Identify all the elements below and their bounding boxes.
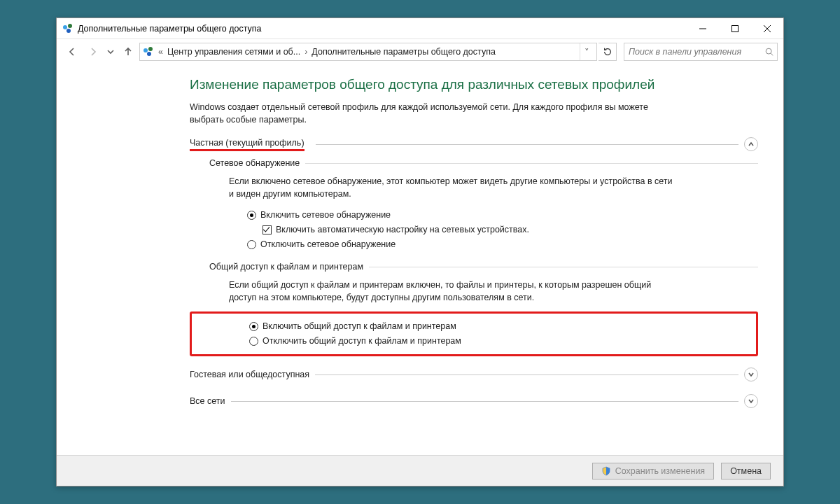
fileshare-options: Включить общий доступ к файлам и принтер… [249, 319, 748, 349]
checkbox-discovery-auto[interactable]: Включить автоматическую настройку на сет… [262, 223, 758, 237]
window: Дополнительные параметры общего доступа … [56, 18, 784, 486]
shield-icon [601, 466, 611, 476]
chevron-right-icon: › [303, 47, 309, 57]
chevron-down-icon[interactable] [744, 368, 758, 382]
discovery-title: Сетевое обнаружение [209, 158, 300, 168]
radio-label: Включить общий доступ к файлам и принтер… [262, 319, 456, 334]
close-button[interactable] [751, 18, 783, 39]
page-intro: Windows создает отдельный сетевой профил… [190, 101, 680, 126]
profile-private-label: Частная (текущий профиль) [190, 138, 304, 151]
search-input[interactable] [627, 46, 764, 57]
radio-label: Отключить общий доступ к файлам и принте… [262, 334, 461, 349]
svg-point-9 [147, 52, 151, 56]
page-title: Изменение параметров общего доступа для … [190, 77, 758, 92]
highlight-box: Включить общий доступ к файлам и принтер… [190, 312, 758, 357]
title-bar: Дополнительные параметры общего доступа [57, 18, 783, 39]
network-sharing-icon [143, 46, 154, 57]
footer-bar: Сохранить изменения Отмена [57, 455, 783, 486]
profile-guest-label: Гостевая или общедоступная [190, 370, 309, 379]
discovery-subheader: Сетевое обнаружение [209, 158, 758, 168]
up-button[interactable] [118, 42, 138, 62]
cancel-button-label: Отмена [730, 466, 762, 476]
radio-icon [247, 240, 256, 249]
svg-rect-4 [732, 25, 738, 31]
svg-point-2 [66, 29, 71, 33]
minimize-button[interactable] [687, 18, 719, 39]
radio-fileshare-off[interactable]: Отключить общий доступ к файлам и принте… [249, 334, 748, 349]
nav-bar: « Центр управления сетями и об... › Допо… [57, 39, 783, 64]
discovery-options: Включить сетевое обнаружение Включить ав… [247, 208, 758, 253]
svg-point-10 [766, 48, 771, 54]
save-button-label: Сохранить изменения [615, 466, 705, 476]
discovery-description: Если включено сетевое обнаружение, этот … [229, 175, 677, 200]
search-box[interactable] [624, 43, 778, 61]
cancel-button[interactable]: Отмена [721, 463, 771, 479]
svg-point-1 [68, 24, 72, 28]
profile-all-header[interactable]: Все сети [190, 394, 758, 408]
radio-discovery-on[interactable]: Включить сетевое обнаружение [247, 208, 758, 223]
svg-line-11 [771, 53, 773, 55]
maximize-button[interactable] [719, 18, 751, 39]
checkbox-icon [262, 225, 272, 234]
chevron-left-icon: « [157, 47, 164, 57]
breadcrumb-item-current[interactable]: Дополнительные параметры общего доступа [312, 47, 496, 57]
radio-label: Отключить сетевое обнаружение [260, 237, 396, 252]
svg-point-0 [63, 25, 67, 29]
radio-icon [249, 322, 258, 331]
chevron-up-icon[interactable] [744, 137, 758, 151]
profile-private-header[interactable]: Частная (текущий профиль) [190, 137, 758, 151]
fileshare-description: Если общий доступ к файлам и принтерам в… [229, 279, 677, 304]
svg-point-7 [144, 48, 148, 52]
radio-icon [249, 337, 258, 346]
refresh-button[interactable] [598, 43, 617, 61]
chevron-down-icon[interactable]: ˅ [580, 43, 594, 60]
content-area: Изменение параметров общего доступа для … [57, 64, 783, 455]
radio-icon [247, 211, 256, 220]
breadcrumb[interactable]: « Центр управления сетями и об... › Допо… [139, 43, 597, 61]
radio-discovery-off[interactable]: Отключить сетевое обнаружение [247, 237, 758, 252]
search-icon [764, 47, 774, 57]
checkbox-label: Включить автоматическую настройку на сет… [276, 223, 529, 237]
fileshare-title: Общий доступ к файлам и принтерам [209, 262, 363, 272]
breadcrumb-item[interactable]: Центр управления сетями и об... [167, 47, 300, 57]
network-sharing-icon [62, 23, 74, 34]
radio-fileshare-on[interactable]: Включить общий доступ к файлам и принтер… [249, 319, 748, 334]
chevron-down-icon[interactable] [744, 394, 758, 408]
save-button[interactable]: Сохранить изменения [592, 463, 714, 479]
radio-label: Включить сетевое обнаружение [260, 208, 391, 223]
fileshare-subheader: Общий доступ к файлам и принтерам [209, 262, 758, 272]
back-button[interactable] [62, 42, 82, 62]
svg-point-8 [148, 47, 153, 51]
profile-guest-header[interactable]: Гостевая или общедоступная [190, 368, 758, 382]
forward-button[interactable] [83, 42, 103, 62]
recent-locations-button[interactable] [104, 42, 117, 62]
profile-all-label: Все сети [190, 396, 225, 406]
window-title: Дополнительные параметры общего доступа [78, 24, 262, 34]
